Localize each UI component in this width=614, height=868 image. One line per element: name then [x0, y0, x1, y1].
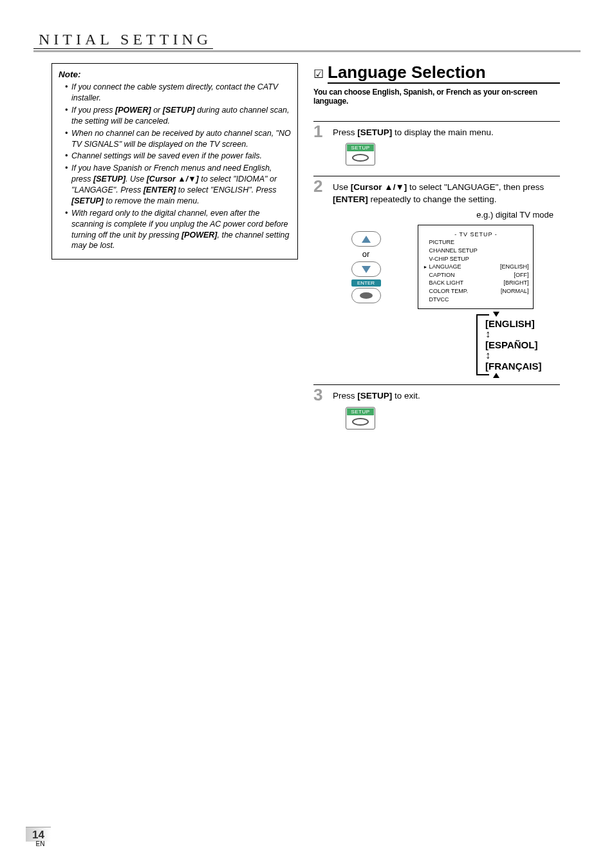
note-item: Channel settings will be saved even if t…	[65, 151, 291, 162]
language-cycle-diagram: [ENGLISH] ↕ [ESPAÑOL] ↕ [FRANÇAIS]	[476, 316, 554, 374]
section-title: Language Selection	[328, 63, 560, 84]
checkbox-icon: ☑	[313, 67, 324, 81]
step-1: 1 Press [SETUP] to display the main menu…	[313, 121, 560, 165]
step-text: Press [SETUP] to exit.	[333, 388, 560, 402]
tv-menu-item: COLOR TEMP.	[423, 287, 501, 296]
step-3: 3 Press [SETUP] to exit. SETUP	[313, 384, 560, 429]
tv-menu-value: [NORMAL]	[501, 287, 529, 296]
setup-label: SETUP	[347, 408, 374, 415]
step-number: 3	[313, 388, 328, 402]
section-header: ☑ Language Selection	[313, 63, 560, 84]
setup-label: SETUP	[347, 144, 374, 151]
note-item: If you have Spanish or French menus and …	[65, 163, 291, 207]
step-number: 2	[313, 179, 328, 194]
tv-menu-item: PICTURE	[423, 238, 529, 247]
oval-button-icon	[347, 415, 374, 428]
note-item: If you connect the cable system directly…	[65, 82, 291, 104]
step-number: 1	[313, 124, 328, 139]
page-footer: 14 EN	[26, 827, 51, 847]
note-box: Note: If you connect the cable system di…	[51, 63, 298, 259]
language-option: [FRANÇAIS]	[485, 361, 554, 372]
step-text: Press [SETUP] to display the main menu.	[333, 124, 560, 139]
tv-menu-item-selected: LANGUAGE	[423, 263, 500, 271]
page-header: NITIAL SETTING	[33, 31, 581, 52]
updown-arrow-icon: ↕	[485, 350, 554, 361]
setup-button-graphic: SETUP	[346, 407, 375, 429]
tv-menu-header: - TV SETUP -	[423, 231, 529, 239]
step-text: Use [Cursor ▲/▼] to select "LANGUAGE", t…	[333, 179, 560, 206]
cursor-down-icon	[351, 261, 381, 277]
step-2: 2 Use [Cursor ▲/▼] to select "LANGUAGE",…	[313, 176, 560, 374]
right-column: ☑ Language Selection You can choose Engl…	[313, 63, 560, 433]
section-subtitle: You can choose English, Spanish, or Fren…	[313, 88, 560, 106]
note-item: When no channel can be received by auto …	[65, 128, 291, 150]
left-column: Note: If you connect the cable system di…	[51, 63, 298, 433]
tv-menu-screenshot: - TV SETUP - PICTURE CHANNEL SETUP V-CHI…	[418, 225, 534, 309]
updown-arrow-icon: ↕	[485, 329, 554, 339]
tv-menu-item: CHANNEL SETUP	[423, 247, 529, 255]
tv-menu-value: [ENGLISH]	[500, 263, 529, 271]
tv-menu-item: CAPTION	[423, 271, 514, 279]
note-item: If you press [POWER] or [SETUP] during a…	[65, 105, 291, 127]
setup-button-graphic: SETUP	[346, 143, 375, 165]
tv-menu-item: V-CHIP SETUP	[423, 255, 529, 263]
example-label: e.g.) digital TV mode	[313, 210, 554, 220]
language-option: [ENGLISH]	[485, 318, 554, 329]
note-item: With regard only to the digital channel,…	[65, 208, 291, 252]
note-label: Note:	[59, 69, 291, 80]
oval-button-icon	[347, 151, 374, 164]
cursor-up-icon	[351, 231, 381, 247]
tv-menu-value: [OFF]	[514, 271, 529, 279]
or-label: or	[340, 249, 392, 259]
enter-button-icon	[351, 288, 381, 303]
language-option: [ESPAÑOL]	[485, 339, 554, 350]
page-number: 14	[26, 827, 51, 842]
tv-menu-item: DTVCC	[423, 296, 529, 304]
page-title: NITIAL SETTING	[33, 31, 213, 49]
remote-buttons-graphic: or ENTER	[340, 229, 392, 305]
tv-menu-item: BACK LIGHT	[423, 279, 504, 287]
enter-label: ENTER	[351, 279, 381, 287]
tv-menu-value: [BRIGHT]	[503, 279, 528, 287]
arrow-up-icon	[493, 373, 499, 378]
arrow-down-icon	[493, 312, 499, 317]
